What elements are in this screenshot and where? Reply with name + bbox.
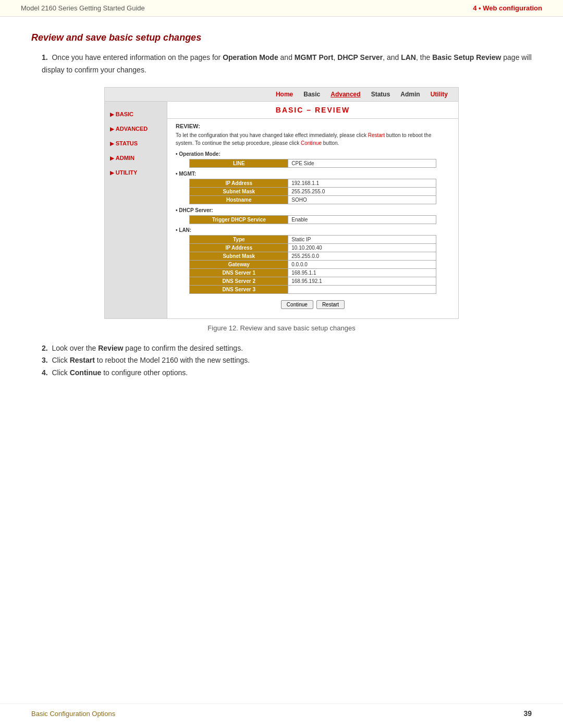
- lan-subnet-label: Subnet Mask: [190, 252, 288, 260]
- table-row: Type Static IP: [190, 235, 436, 243]
- nav-home[interactable]: Home: [276, 91, 293, 98]
- lan-dns2-value: 168.95.192.1: [288, 277, 436, 285]
- mgmt-port-bold: MGMT Port: [295, 53, 334, 61]
- section-heading: Review and save basic setup changes: [31, 32, 532, 43]
- intro-paragraph: 1. Once you have entered information on …: [42, 52, 532, 77]
- step-number-2: 2.: [42, 344, 48, 352]
- table-row: DNS Server 2 168.95.192.1: [190, 277, 436, 285]
- dhcp-server-bold: DHCP Server: [337, 53, 383, 61]
- nav-utility[interactable]: Utility: [431, 91, 448, 98]
- step-number-4: 4.: [42, 368, 48, 377]
- review-label: REVIEW:: [176, 123, 450, 129]
- step-number-3: 3.: [42, 356, 48, 364]
- step-4-paragraph: 4. Click Continue to configure other opt…: [42, 367, 532, 379]
- main-content: Review and save basic setup changes 1. O…: [0, 17, 563, 411]
- table-row: Gateway 0.0.0.0: [190, 260, 436, 268]
- table-row: Subnet Mask 255.255.0.0: [190, 252, 436, 260]
- table-row: DNS Server 3: [190, 285, 436, 293]
- lan-type-label: Type: [190, 235, 288, 243]
- router-body: BASIC ADVANCED STATUS ADMIN UTILITY BASI…: [105, 102, 458, 318]
- op-mode-label: LINE: [190, 159, 288, 167]
- nav-advanced[interactable]: Advanced: [331, 91, 360, 98]
- lan-dns2-label: DNS Server 2: [190, 277, 288, 285]
- nav-basic[interactable]: Basic: [303, 91, 320, 98]
- table-row: Trigger DHCP Service Enable: [190, 215, 436, 224]
- router-main-panel: BASIC – REVIEW REVIEW: To let the config…: [167, 102, 458, 318]
- figure-container: Home Basic Advanced Status Admin Utility…: [104, 87, 459, 319]
- lan-table: Type Static IP IP Address 10.10.200.40 S…: [189, 235, 436, 294]
- review-desc: To let the configuration that you have c…: [176, 131, 450, 147]
- lan-dns3-value: [288, 285, 436, 293]
- table-row: Hostname SOHO: [190, 195, 436, 204]
- lan-gateway-label: Gateway: [190, 260, 288, 268]
- trigger-dhcp-value: Enable: [288, 215, 436, 224]
- lan-section: LAN:: [176, 227, 450, 233]
- nav-admin[interactable]: Admin: [400, 91, 420, 98]
- lan-bold: LAN: [401, 53, 416, 61]
- ip-address-label: IP Address: [190, 179, 288, 187]
- lan-ip-label: IP Address: [190, 243, 288, 252]
- ip-address-value: 192.168.1.1: [288, 179, 436, 187]
- lan-subnet-value: 255.255.0.0: [288, 252, 436, 260]
- continue-bold: Continue: [70, 368, 102, 377]
- nav-status[interactable]: Status: [371, 91, 390, 98]
- restart-link[interactable]: Restart: [368, 132, 385, 138]
- lan-type-value: Static IP: [288, 235, 436, 243]
- router-nav: Home Basic Advanced Status Admin Utility: [105, 88, 458, 102]
- hostname-label: Hostname: [190, 195, 288, 204]
- basic-setup-review-bold: Basic Setup Review: [432, 53, 501, 61]
- mgmt-table: IP Address 192.168.1.1 Subnet Mask 255.2…: [189, 179, 436, 204]
- lan-dns1-value: 168.95.1.1: [288, 268, 436, 277]
- op-mode-value: CPE Side: [288, 159, 436, 167]
- button-row: Continue Restart: [176, 296, 450, 314]
- sidebar-status[interactable]: STATUS: [105, 136, 167, 151]
- router-page-title: BASIC – REVIEW: [167, 102, 458, 119]
- continue-button[interactable]: Continue: [281, 300, 313, 309]
- web-config-label: 4 • Web configuration: [473, 4, 542, 12]
- sidebar-admin[interactable]: ADMIN: [105, 151, 167, 165]
- lan-dns1-label: DNS Server 1: [190, 268, 288, 277]
- sidebar-advanced[interactable]: ADVANCED: [105, 121, 167, 136]
- sidebar-basic[interactable]: BASIC: [105, 107, 167, 121]
- dhcp-table: Trigger DHCP Service Enable: [189, 215, 436, 224]
- subnet-mask-label: Subnet Mask: [190, 187, 288, 195]
- review-content: REVIEW: To let the configuration that yo…: [167, 119, 458, 318]
- router-sidebar: BASIC ADVANCED STATUS ADMIN UTILITY: [105, 102, 167, 318]
- step-number-1: 1.: [42, 53, 48, 61]
- table-row: IP Address 192.168.1.1: [190, 179, 436, 187]
- lan-dns3-label: DNS Server 3: [190, 285, 288, 293]
- subnet-mask-value: 255.255.255.0: [288, 187, 436, 195]
- restart-bold: Restart: [70, 356, 95, 364]
- footer-page-number: 39: [523, 709, 532, 718]
- trigger-dhcp-label: Trigger DHCP Service: [190, 215, 288, 224]
- table-row: DNS Server 1 168.95.1.1: [190, 268, 436, 277]
- header-bar: Model 2160 Series Getting Started Guide …: [0, 0, 563, 17]
- table-row: Subnet Mask 255.255.255.0: [190, 187, 436, 195]
- mgmt-section: MGMT:: [176, 171, 450, 177]
- page-footer: Basic Configuration Options 39: [0, 704, 563, 718]
- guide-title: Model 2160 Series Getting Started Guide: [21, 4, 145, 12]
- dhcp-section: DHCP Server:: [176, 207, 450, 213]
- router-ui: Home Basic Advanced Status Admin Utility…: [105, 88, 458, 318]
- review-bold: Review: [98, 344, 123, 352]
- op-mode-section: Operation Mode:: [176, 151, 450, 157]
- footer-left-text: Basic Configuration Options: [31, 710, 115, 718]
- figure-caption: Figure 12. Review and save basic setup c…: [31, 324, 532, 332]
- sidebar-utility[interactable]: UTILITY: [105, 165, 167, 180]
- restart-button[interactable]: Restart: [316, 300, 345, 309]
- hostname-value: SOHO: [288, 195, 436, 204]
- op-mode-bold: Operation Mode: [223, 53, 278, 61]
- op-mode-table: LINE CPE Side: [189, 159, 436, 168]
- lan-ip-value: 10.10.200.40: [288, 243, 436, 252]
- step-3-paragraph: 3. Click Restart to reboot the Model 216…: [42, 354, 532, 367]
- table-row: IP Address 10.10.200.40: [190, 243, 436, 252]
- table-row: LINE CPE Side: [190, 159, 436, 167]
- lan-gateway-value: 0.0.0.0: [288, 260, 436, 268]
- step-2-paragraph: 2. Look over the Review page to confirm …: [42, 342, 532, 355]
- continue-link[interactable]: Continue: [301, 140, 322, 146]
